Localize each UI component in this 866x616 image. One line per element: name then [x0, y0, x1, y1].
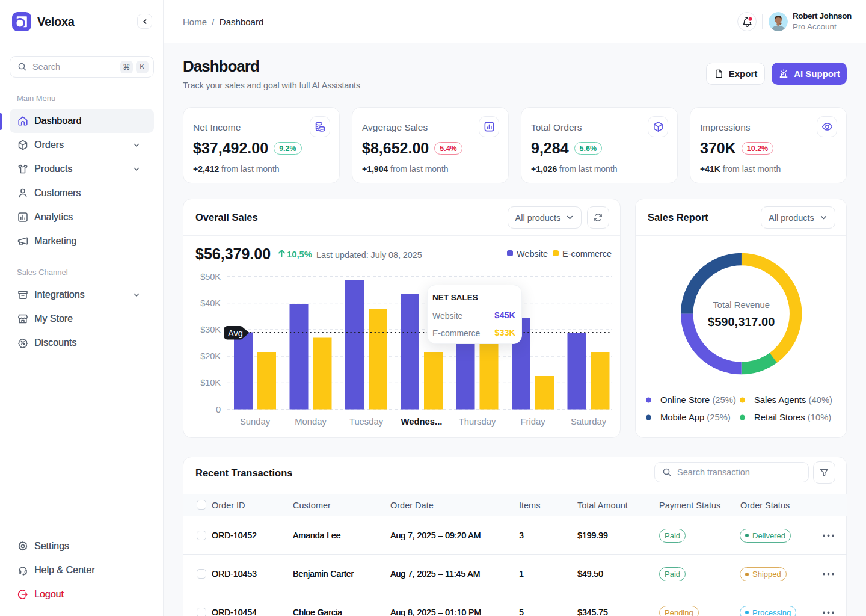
svg-text:$50K: $50K [200, 272, 221, 282]
svg-text:Thursday: Thursday [459, 417, 496, 427]
svg-text:Wednes...: Wednes... [401, 417, 443, 427]
svg-text:0: 0 [216, 405, 221, 414]
svg-text:Avg: Avg [228, 328, 243, 338]
svg-text:Online Store (25%): Online Store (25%) [660, 395, 736, 405]
svg-text:Total Revenue: Total Revenue [713, 300, 770, 310]
svg-text:$590,317.00: $590,317.00 [708, 315, 775, 328]
svg-text:$10K: $10K [200, 378, 221, 387]
svg-text:Sales Agents (40%): Sales Agents (40%) [754, 395, 832, 405]
svg-text:Mobile App (25%): Mobile App (25%) [660, 413, 731, 422]
svg-text:Sunday: Sunday [240, 417, 271, 427]
svg-text:$40K: $40K [200, 298, 221, 308]
svg-text:Tuesday: Tuesday [349, 417, 384, 427]
svg-text:Monday: Monday [295, 417, 327, 427]
svg-text:$20K: $20K [200, 351, 221, 361]
svg-text:Saturday: Saturday [571, 417, 607, 427]
svg-text:Retail Stores (10%): Retail Stores (10%) [754, 413, 831, 422]
svg-text:Friday: Friday [520, 417, 545, 427]
svg-text:$30K: $30K [200, 325, 221, 334]
